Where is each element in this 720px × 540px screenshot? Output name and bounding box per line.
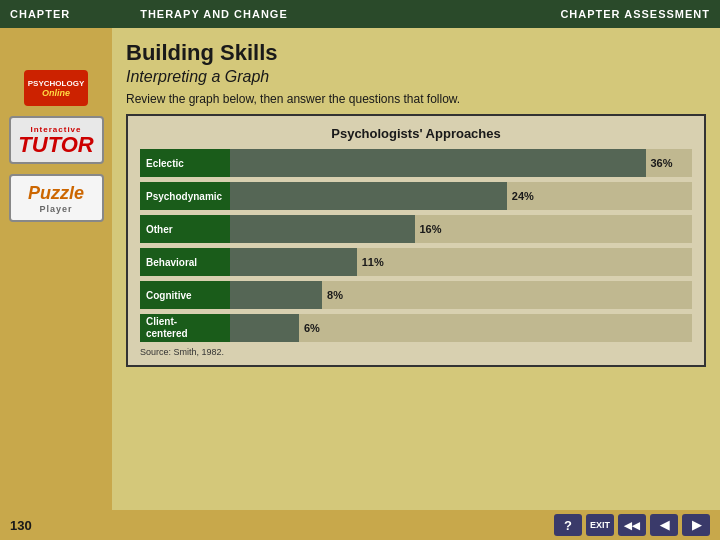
bar-label: Other [140,215,230,243]
instructions: Review the graph below, then answer the … [126,92,706,106]
chart-title: Psychologists' Approaches [140,126,692,141]
bar-row: Cognitive8% [140,281,692,309]
bar-track: 11% [230,248,692,276]
next-button[interactable]: ▶ [682,514,710,536]
chart-source: Source: Smith, 1982. [140,347,692,357]
bar-row: Behavioral11% [140,248,692,276]
bar-row: Eclectic36% [140,149,692,177]
top-bar: CHAPTER THERAPY AND CHANGE CHAPTER ASSES… [0,0,720,28]
bar-track: 36% [230,149,692,177]
exit-button[interactable]: EXIT [586,514,614,536]
bar-row: Client-centered6% [140,314,692,342]
psychology-btn-inner: PSYCHOLOGY Online [26,77,86,100]
bar-fill [230,215,415,243]
bottom-bar: 130 ? EXIT ◀◀ ◀ ▶ [0,510,720,540]
prev-button[interactable]: ◀ [650,514,678,536]
therapy-label: THERAPY AND CHANGE [140,8,288,20]
interactive-tutor-button[interactable]: Interactive TUTOR [9,116,104,164]
bar-value: 36% [650,157,672,169]
bar-fill [230,149,646,177]
prev-prev-button[interactable]: ◀◀ [618,514,646,536]
bar-value: 8% [327,289,343,301]
bar-fill [230,182,507,210]
bar-value: 11% [362,256,384,268]
bar-label: Client-centered [140,314,230,342]
chart-container: Psychologists' Approaches Eclectic36%Psy… [126,114,706,367]
bar-track: 6% [230,314,692,342]
top-bar-left: CHAPTER THERAPY AND CHANGE [10,8,288,20]
bar-track: 24% [230,182,692,210]
nav-buttons: ? EXIT ◀◀ ◀ ▶ [554,514,710,536]
bar-value: 24% [512,190,534,202]
left-sidebar: PSYCHOLOGY Online Interactive TUTOR Puzz… [0,28,112,510]
bars-container: Eclectic36%Psychodynamic24%Other16%Behav… [140,149,692,342]
question-button[interactable]: ? [554,514,582,536]
bar-track: 8% [230,281,692,309]
bar-value: 6% [304,322,320,334]
page-subtitle: Interpreting a Graph [126,68,706,86]
bar-label: Behavioral [140,248,230,276]
bar-label: Cognitive [140,281,230,309]
psychology-online-button[interactable]: PSYCHOLOGY Online [24,70,88,106]
main-content: Building Skills Interpreting a Graph Rev… [112,28,720,510]
online-label: Online [28,88,84,98]
puzzle-label: Puzzle [28,183,84,204]
chapter-label: CHAPTER [10,8,70,20]
bar-fill [230,248,357,276]
player-label: Player [39,204,72,214]
tutor-label: TUTOR [18,134,93,156]
page-number: 130 [10,518,32,533]
bar-track: 16% [230,215,692,243]
bar-row: Other16% [140,215,692,243]
assessment-label: CHAPTER ASSESSMENT [560,8,710,20]
bar-label: Psychodynamic [140,182,230,210]
bar-fill [230,314,299,342]
bar-fill [230,281,322,309]
page-title: Building Skills [126,40,706,66]
bar-label: Eclectic [140,149,230,177]
puzzle-player-button[interactable]: Puzzle Player [9,174,104,222]
bar-row: Psychodynamic24% [140,182,692,210]
psychology-label: PSYCHOLOGY [28,79,84,88]
bar-value: 16% [419,223,441,235]
